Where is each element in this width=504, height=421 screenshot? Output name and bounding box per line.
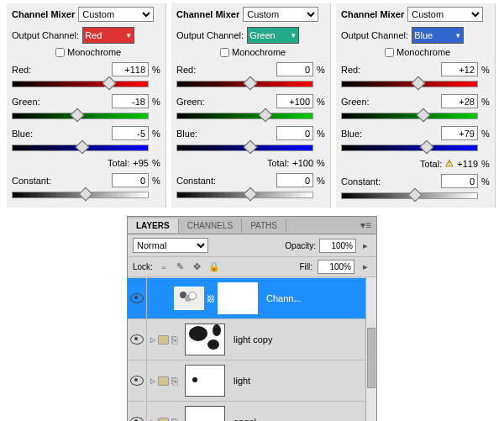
blend-mode-select[interactable]: Normal [133,238,208,253]
preset-select[interactable]: Custom [407,7,483,22]
red-slider[interactable] [176,77,325,89]
panel-title: Channel Mixer [341,9,404,19]
folder-icon [158,335,169,345]
layer-row[interactable]: ▷⎘light copy [128,319,365,360]
green-slider[interactable] [176,109,325,121]
red-slider[interactable] [341,77,490,89]
layer-row[interactable]: ⛓Chann... [128,278,365,319]
layer-name[interactable]: light copy [228,334,277,345]
link-icon[interactable]: ⛓ [207,294,214,303]
green-label: Green: [341,97,373,107]
green-slider-thumb[interactable] [71,108,85,123]
green-slider[interactable] [12,109,160,121]
green-label: Green: [176,97,208,107]
blue-slider-thumb[interactable] [244,140,258,155]
channel-mixer-panel: Channel MixerCustomOutput Channel:Green▼… [171,3,331,208]
output-channel-label: Output Channel: [12,30,79,40]
green-label: Green: [12,97,44,107]
visibility-icon[interactable] [130,376,144,386]
layer-thumbnail[interactable] [185,324,225,355]
warning-icon: ⚠ [445,158,454,169]
total-value: +100 [292,158,313,168]
layers-panel: LAYERS CHANNELS PATHS ▾≡ Normal Opacity:… [127,216,377,421]
green-slider-thumb[interactable] [259,108,273,123]
constant-slider-thumb[interactable] [79,187,93,202]
visibility-icon[interactable] [130,417,144,421]
tab-layers[interactable]: LAYERS [128,218,179,233]
visibility-icon[interactable] [130,293,144,303]
layer-row[interactable]: ▷⎘light [128,360,365,402]
panel-title: Channel Mixer [176,9,239,19]
monochrome-checkbox[interactable] [220,48,229,57]
monochrome-checkbox[interactable] [55,48,65,57]
monochrome-checkbox[interactable] [385,48,394,57]
blue-value[interactable]: 0 [276,126,313,140]
lock-move-icon[interactable]: ✥ [192,261,203,273]
constant-slider-thumb[interactable] [244,187,258,202]
layers-scrollbar[interactable] [365,277,376,421]
green-value[interactable]: +28 [441,94,478,108]
blue-label: Blue: [341,129,373,139]
red-slider-thumb[interactable] [102,76,117,91]
output-channel-select[interactable]: Red▼ [82,27,134,44]
green-value[interactable]: -18 [112,94,149,108]
output-channel-label: Output Channel: [341,30,408,40]
output-channel-select[interactable]: Blue▼ [412,27,464,44]
constant-slider[interactable] [176,188,325,200]
red-slider-thumb[interactable] [412,76,426,91]
blue-value[interactable]: -5 [112,126,149,140]
constant-slider[interactable] [12,188,160,200]
blue-slider[interactable] [12,141,160,153]
constant-value[interactable]: 0 [112,173,149,187]
layer-row[interactable]: ▷⎘angel [128,402,365,421]
red-value[interactable]: 0 [276,62,313,76]
layer-name[interactable]: light [228,376,255,386]
panel-menu-icon[interactable]: ▾≡ [355,219,376,231]
lock-paint-icon[interactable]: ✎ [175,261,186,273]
blue-slider[interactable] [341,141,490,153]
fill-value[interactable]: 100% [318,260,354,274]
red-value[interactable]: +12 [441,62,478,76]
lock-all-icon[interactable]: 🔒 [208,261,220,273]
blue-slider-thumb[interactable] [76,140,90,155]
green-slider-thumb[interactable] [417,108,431,123]
expand-icon[interactable]: ▷ [150,418,155,422]
constant-label: Constant: [176,176,208,186]
layer-name[interactable]: angel [228,417,261,421]
output-channel-select[interactable]: Green▼ [247,27,299,44]
red-label: Red: [176,65,208,75]
lock-transparency-icon[interactable]: ▫ [158,261,170,273]
total-label: Total: [420,159,442,169]
blue-value[interactable]: +79 [441,126,478,140]
tab-channels[interactable]: CHANNELS [179,218,242,233]
red-slider-thumb[interactable] [244,76,258,91]
constant-label: Constant: [12,176,44,186]
monochrome-label: Monochrome [67,47,121,57]
clip-icon: ⎘ [171,375,178,387]
tab-paths[interactable]: PATHS [242,218,286,233]
preset-select[interactable]: Custom [243,7,318,22]
layer-thumbnail[interactable] [185,406,225,421]
visibility-icon[interactable] [130,334,144,345]
blue-slider[interactable] [176,141,325,153]
opacity-value[interactable]: 100% [319,239,356,253]
panel-title: Channel Mixer [12,9,75,19]
preset-select[interactable]: Custom [78,7,154,22]
constant-slider[interactable] [341,189,490,201]
constant-value[interactable]: 0 [441,174,478,188]
green-value[interactable]: +100 [276,94,313,108]
blue-slider-thumb[interactable] [420,140,434,155]
expand-icon[interactable]: ▷ [150,377,155,385]
opacity-flyout-icon[interactable]: ▸ [360,239,371,251]
expand-icon[interactable]: ▷ [150,336,155,344]
constant-slider-thumb[interactable] [408,188,423,203]
lock-label: Lock: [133,262,153,271]
layer-thumbnail[interactable] [185,365,225,397]
red-slider[interactable] [12,77,160,89]
layer-name[interactable]: Chann... [261,293,307,303]
constant-value[interactable]: 0 [276,173,313,187]
green-slider[interactable] [341,109,490,121]
layer-mask-thumbnail[interactable] [218,282,258,314]
red-value[interactable]: +118 [112,62,149,76]
fill-flyout-icon[interactable]: ▸ [360,261,371,273]
